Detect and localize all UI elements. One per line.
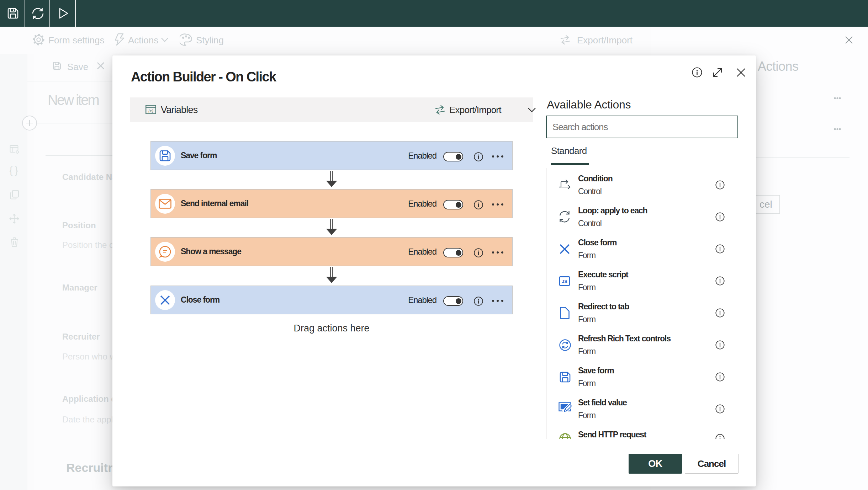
svg-text:(x): (x) xyxy=(148,108,153,113)
svg-text:JS: JS xyxy=(562,279,567,284)
